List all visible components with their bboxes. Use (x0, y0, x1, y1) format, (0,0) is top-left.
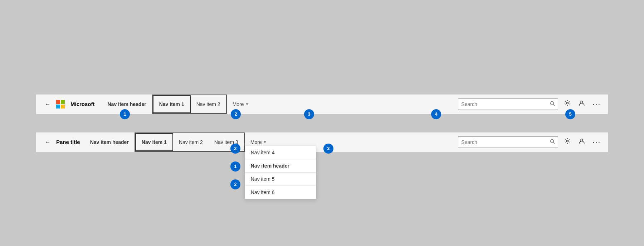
user-icon-1[interactable] (577, 98, 587, 110)
svg-point-11 (581, 139, 583, 141)
search-area-2: ··· (458, 136, 602, 148)
svg-rect-0 (56, 100, 60, 104)
nav-items-group-1: Nav item 1 Nav item 2 (152, 95, 227, 114)
chevron-down-icon: ▾ (246, 102, 248, 106)
pane-title: Pane title (56, 139, 80, 145)
search-icon-1[interactable] (550, 101, 555, 107)
search-box-2 (458, 136, 558, 148)
navbar2-wrapper: ← Pane title Nav item header Nav item 1 … (36, 132, 608, 152)
badge-dropdown-1: 1 (230, 161, 240, 172)
svg-rect-3 (61, 105, 65, 108)
badge-1-4: 4 (431, 109, 441, 119)
more-button-1[interactable]: More ▾ (227, 95, 254, 114)
svg-line-9 (553, 143, 555, 144)
search-icon-2[interactable] (550, 139, 555, 145)
back-button-1[interactable]: ← (42, 100, 53, 109)
svg-point-7 (581, 101, 583, 103)
back-button-2[interactable]: ← (42, 138, 53, 147)
microsoft-brand: Microsoft (70, 101, 95, 107)
svg-line-5 (553, 105, 555, 106)
svg-point-10 (567, 140, 569, 142)
ellipsis-icon-2[interactable]: ··· (591, 136, 602, 148)
svg-rect-2 (56, 105, 60, 108)
gear-icon-1[interactable] (562, 98, 572, 110)
more-dropdown-container: More ▾ Nav item 4 Nav item header Nav it… (245, 139, 272, 145)
badge-1-3: 3 (304, 109, 314, 119)
more-button-2[interactable]: More ▾ (245, 139, 272, 145)
nav-items-group-2: Nav item 1 Nav item 2 Nav item 3 (135, 132, 245, 152)
dropdown-item-header: Nav item header (245, 159, 316, 173)
gear-icon-2[interactable] (562, 136, 572, 148)
navbar1-wrapper: ← Microsoft Nav item header Nav item 1 N… (36, 94, 608, 114)
more-dropdown-menu: Nav item 4 Nav item header Nav item 5 Na… (245, 146, 316, 199)
navbar2: ← Pane title Nav item header Nav item 1 … (36, 132, 608, 152)
ms-logo (56, 100, 65, 108)
nav-item-2-1[interactable]: Nav item 1 (135, 133, 173, 151)
dropdown-item-5[interactable]: Nav item 5 (245, 173, 316, 186)
search-input-2[interactable] (461, 139, 550, 145)
svg-point-8 (551, 140, 554, 143)
nav-item-1-2[interactable]: Nav item 2 (191, 95, 226, 113)
badge-dropdown-3: 3 (323, 144, 333, 154)
badge-1-1: 1 (120, 109, 130, 119)
chevron-down-icon-2: ▾ (264, 140, 266, 144)
search-input-1[interactable] (461, 101, 550, 107)
badge-1-5: 5 (565, 109, 575, 119)
dropdown-item-6[interactable]: Nav item 6 (245, 186, 316, 199)
nav-item-2-2[interactable]: Nav item 2 (173, 133, 209, 151)
page-wrapper: ← Microsoft Nav item header Nav item 1 N… (36, 94, 608, 152)
search-area-1: ··· (458, 98, 602, 110)
ellipsis-icon-1[interactable]: ··· (591, 98, 602, 110)
nav-item-1-1[interactable]: Nav item 1 (153, 95, 191, 113)
badge-1-2: 2 (231, 109, 241, 119)
badge-dropdown-2a: 2 (230, 144, 240, 154)
badge-dropdown-2b: 2 (230, 179, 240, 189)
svg-point-6 (567, 102, 569, 104)
svg-point-4 (551, 102, 554, 105)
search-box-1 (458, 98, 558, 110)
user-icon-2[interactable] (577, 136, 587, 148)
svg-rect-1 (61, 100, 65, 104)
nav-header-2[interactable]: Nav item header (84, 132, 135, 152)
dropdown-item-4[interactable]: Nav item 4 (245, 146, 316, 159)
